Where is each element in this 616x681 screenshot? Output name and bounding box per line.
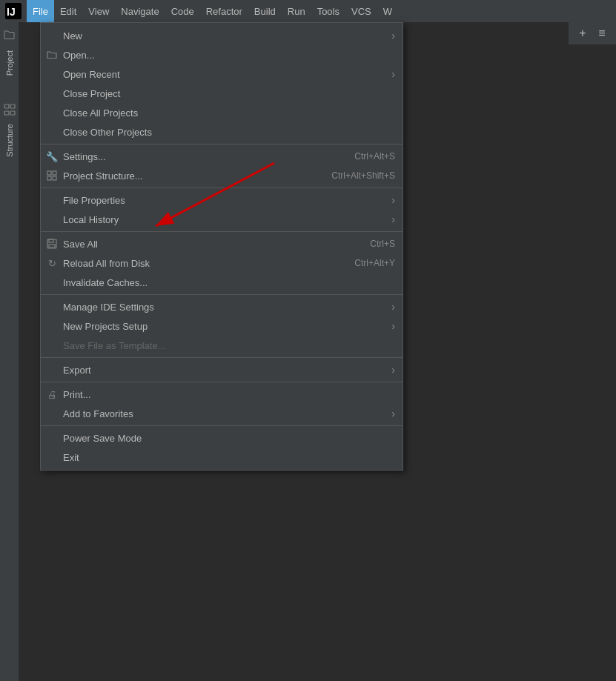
svg-rect-6 <box>47 171 51 175</box>
add-button[interactable]: + <box>574 25 591 41</box>
reload-icon: ↻ <box>45 256 59 270</box>
arrow-icon: › <box>391 68 395 80</box>
svg-rect-3 <box>10 104 15 108</box>
grid-icon <box>45 169 59 182</box>
menu-code[interactable]: Code <box>165 0 200 22</box>
settings-menu-button[interactable]: ≡ <box>594 25 610 41</box>
arrow-icon: › <box>391 213 395 225</box>
menu-file[interactable]: File <box>27 0 54 22</box>
separator-3 <box>41 231 403 232</box>
sidebar-icon-folder[interactable] <box>2 27 17 42</box>
arrow-icon: › <box>391 30 395 41</box>
menu-item-print[interactable]: 🖨 Print... <box>41 385 403 404</box>
svg-rect-2 <box>4 104 9 108</box>
menu-extra[interactable]: W <box>377 0 398 22</box>
separator-4 <box>41 294 403 295</box>
separator-1 <box>41 144 403 144</box>
separator-2 <box>41 187 403 188</box>
menu-item-exit[interactable]: Exit <box>41 448 403 467</box>
menu-item-add-favorites[interactable]: Add to Favorites › <box>41 404 403 423</box>
svg-text:IJ: IJ <box>7 6 16 18</box>
file-dropdown-menu: New › Open... Open Recent › Close Projec… <box>40 22 403 471</box>
menu-vcs[interactable]: VCS <box>345 0 377 22</box>
arrow-icon: › <box>391 301 395 313</box>
menu-item-close-other[interactable]: Close Other Projects <box>41 122 403 142</box>
menu-item-new[interactable]: New › <box>41 26 403 45</box>
menu-item-project-structure[interactable]: Project Structure... Ctrl+Alt+Shift+S <box>41 166 403 185</box>
menu-item-manage-ide[interactable]: Manage IDE Settings › <box>41 297 403 316</box>
sidebar-tab-project[interactable]: Project <box>4 44 16 82</box>
svg-rect-4 <box>4 111 9 115</box>
menu-item-open[interactable]: Open... <box>41 45 403 64</box>
print-icon: 🖨 <box>45 388 59 401</box>
arrow-icon: › <box>391 194 395 206</box>
menu-item-power-save[interactable]: Power Save Mode <box>41 428 403 448</box>
menu-item-export[interactable]: Export › <box>41 360 403 379</box>
svg-rect-7 <box>53 171 56 175</box>
svg-rect-5 <box>10 111 15 115</box>
separator-5 <box>41 357 403 358</box>
menu-item-open-recent[interactable]: Open Recent › <box>41 64 403 84</box>
menu-bar: IJ File Edit View Navigate Code Refactor… <box>0 0 616 22</box>
separator-6 <box>41 382 403 382</box>
menu-build[interactable]: Build <box>248 0 282 22</box>
menu-navigate[interactable]: Navigate <box>115 0 165 22</box>
folder-icon <box>45 48 59 62</box>
menu-refactor[interactable]: Refactor <box>200 0 248 22</box>
arrow-icon: › <box>391 320 395 332</box>
svg-rect-11 <box>49 239 53 242</box>
app-icon: IJ <box>3 1 24 21</box>
save-icon <box>45 237 59 250</box>
arrow-icon: › <box>391 364 395 376</box>
separator-7 <box>41 425 403 426</box>
sidebar: Project Structure <box>0 22 19 681</box>
menu-item-local-history[interactable]: Local History › <box>41 210 403 229</box>
svg-rect-12 <box>49 245 55 248</box>
menu-tools[interactable]: Tools <box>311 0 345 22</box>
sidebar-icon-structure[interactable] <box>4 104 16 118</box>
menu-view[interactable]: View <box>82 0 115 22</box>
menu-item-close-project[interactable]: Close Project <box>41 84 403 103</box>
toolbar: + ≡ <box>569 22 616 44</box>
menu-run[interactable]: Run <box>282 0 311 22</box>
arrow-icon: › <box>391 408 395 419</box>
menu-item-save-all[interactable]: Save All Ctrl+S <box>41 234 403 253</box>
menu-item-new-projects[interactable]: New Projects Setup › <box>41 316 403 336</box>
menu-item-save-template: Save File as Template... <box>41 336 403 355</box>
wrench-icon: 🔧 <box>45 150 59 163</box>
svg-rect-9 <box>53 176 56 180</box>
menu-item-file-properties[interactable]: File Properties › <box>41 190 403 210</box>
menu-item-settings[interactable]: 🔧 Settings... Ctrl+Alt+S <box>41 147 403 166</box>
menu-item-invalidate[interactable]: Invalidate Caches... <box>41 273 403 292</box>
sidebar-tab-structure[interactable]: Structure <box>4 118 16 163</box>
menu-edit[interactable]: Edit <box>54 0 82 22</box>
menu-item-close-all[interactable]: Close All Projects <box>41 103 403 122</box>
svg-rect-8 <box>47 176 51 180</box>
menu-item-reload[interactable]: ↻ Reload All from Disk Ctrl+Alt+Y <box>41 253 403 273</box>
